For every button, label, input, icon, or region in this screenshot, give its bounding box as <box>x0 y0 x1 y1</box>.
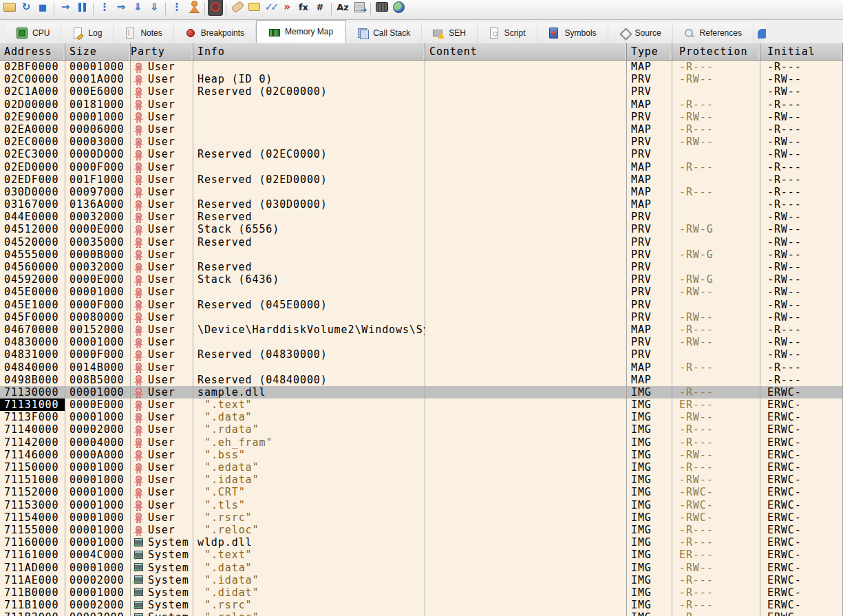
label-icon[interactable]: # <box>312 0 328 16</box>
column-header-info[interactable]: Info <box>193 43 425 61</box>
check-icon[interactable]: ✓✓ <box>262 0 279 16</box>
table-row[interactable]: 045E000000001000UserPRV-RW---RW-- <box>0 286 843 298</box>
table-row[interactable]: 7115400000001000User".rsrc"IMG-RWC-ERWC- <box>0 511 843 524</box>
address-cell: 71154000 <box>0 511 65 524</box>
tab-script[interactable]: Script <box>478 23 537 43</box>
column-header-type[interactable]: Type <box>627 43 672 61</box>
table-row[interactable]: 711310000000E000User".text"IMGER---ERWC- <box>0 399 843 411</box>
tab-cpu[interactable]: CPU <box>6 23 61 43</box>
table-row[interactable]: 711B300000003000System".reloc"IMG-R---ER… <box>0 611 843 616</box>
protection-cell: -RW-- <box>672 336 760 348</box>
table-row[interactable]: 02EC000000003000UserPRV-RW---RW-- <box>0 136 843 148</box>
function-icon[interactable]: fx <box>295 0 312 16</box>
table-row[interactable]: 711610000004C000System".text"IMGER---ERW… <box>0 549 843 561</box>
table-row[interactable]: 031670000136A000UserReserved (030D0000)M… <box>0 198 843 211</box>
table-row[interactable]: 7114000000002000User".rdata"IMG-R---ERWC… <box>0 423 843 436</box>
calculator-icon[interactable] <box>351 0 367 16</box>
table-row[interactable]: 02EA000000006000UserMAP-R----R--- <box>0 123 843 136</box>
initial-cell: ERWC- <box>760 449 843 461</box>
tab-breakpoints[interactable]: Breakpoints <box>174 23 256 43</box>
trace-icon[interactable]: ⋮ <box>169 0 185 16</box>
column-header-protection[interactable]: Protection <box>672 43 760 61</box>
type-cell: PRV <box>627 85 672 98</box>
tab-notes[interactable]: Notes <box>114 23 173 43</box>
table-row[interactable]: 02C1A000000E6000UserReserved (02C00000)P… <box>0 85 843 98</box>
shortcuts-icon[interactable] <box>374 0 390 16</box>
case-sensitive-icon[interactable]: Az <box>334 0 351 16</box>
table-row[interactable]: 02C000000001A000UserHeap (ID 0)PRV-RW---… <box>0 73 843 85</box>
table-row[interactable]: 045550000000B000UserPRV-RW-G-RW-- <box>0 248 843 261</box>
table-row[interactable]: 7115000000001000User".edata"IMG-R---ERWC… <box>0 461 843 474</box>
tab-memory-map[interactable]: Memory Map <box>256 20 346 43</box>
table-row[interactable]: 02E9000000001000UserPRV-RW---RW-- <box>0 111 843 123</box>
table-row[interactable]: 048310000000F000UserReserved (04830000)P… <box>0 348 843 361</box>
tab-log[interactable]: Log <box>61 23 114 43</box>
content-cell <box>425 461 627 474</box>
table-row[interactable]: 045920000000E000UserStack (6436)PRV-RW-G… <box>0 273 843 286</box>
table-row[interactable]: 030D000000097000UserMAP-R----R--- <box>0 186 843 198</box>
about-icon[interactable] <box>390 0 407 16</box>
tab-partial[interactable] <box>754 23 766 43</box>
table-row[interactable]: 0452000000035000UserReservedPRV-RW-- <box>0 236 843 248</box>
attach-icon[interactable] <box>185 0 202 16</box>
table-row[interactable]: 0456000000032000UserReservedPRV-RW-- <box>0 261 843 273</box>
party-cell: User <box>131 61 193 73</box>
step-over-icon[interactable]: ⇒ <box>113 0 129 16</box>
column-header-address[interactable]: Address <box>0 43 65 61</box>
tab-label: SEH <box>449 28 466 38</box>
table-row[interactable]: 02ED00000000F000UserMAP-R----R--- <box>0 161 843 173</box>
favourites-icon[interactable]: » <box>279 0 295 16</box>
table-row[interactable]: 711B000000001000System".didat"IMG-R---ER… <box>0 586 843 599</box>
tab-source[interactable]: Source <box>608 23 673 43</box>
pause-icon[interactable] <box>74 0 90 16</box>
tab-symbols[interactable]: Symbols <box>537 23 608 43</box>
table-row[interactable]: 02D0000000181000UserMAP-R----R--- <box>0 98 843 111</box>
tab-seh[interactable]: SEH <box>422 23 478 43</box>
table-row[interactable]: 7114200000004000User".eh_fram"IMG-R---ER… <box>0 436 843 449</box>
column-header-content[interactable]: Content <box>425 43 627 61</box>
content-cell <box>425 261 627 273</box>
table-row[interactable]: 045E10000000F000UserReserved (045E0000)P… <box>0 299 843 311</box>
table-row[interactable]: 711AD00000001000System".data"IMG-RW--ERW… <box>0 562 843 574</box>
tab-call-stack[interactable]: Call Stack <box>346 23 422 43</box>
column-header-size[interactable]: Size <box>65 43 131 61</box>
table-row[interactable]: 711AE00000002000System".idata"IMG-R---ER… <box>0 574 843 586</box>
table-row[interactable]: 7116000000001000Systemwldp.dllIMG-R---ER… <box>0 536 843 549</box>
animate-over-icon[interactable]: ⇓ <box>146 0 162 16</box>
table-row[interactable]: 0467000000152000User\Device\HarddiskVolu… <box>0 323 843 336</box>
table-row[interactable]: 7115100000001000User".idata"IMG-RW--ERWC… <box>0 474 843 486</box>
run-icon[interactable]: → <box>57 0 74 16</box>
column-header-initial[interactable]: Initial <box>760 43 843 61</box>
table-row[interactable]: 0483000000001000UserPRV-RW---RW-- <box>0 336 843 348</box>
table-row[interactable]: 02EC30000000D000UserReserved (02EC0000)P… <box>0 148 843 160</box>
address-cell: 04840000 <box>0 361 65 374</box>
protection-cell <box>672 148 760 160</box>
stop-animation-icon[interactable] <box>208 0 223 16</box>
table-row[interactable]: 045F000000080000UserPRV-RW---RW-- <box>0 311 843 323</box>
protection-cell <box>672 374 760 386</box>
table-row[interactable]: 7113000000001000Usersample.dllIMG-R---ER… <box>0 386 843 399</box>
close-icon[interactable]: ■ <box>34 0 51 16</box>
tab-references[interactable]: References <box>673 23 754 43</box>
restart-icon[interactable]: ↻ <box>18 0 34 16</box>
table-row[interactable]: 711B100000002000System".rsrc"IMG-R---ERW… <box>0 599 843 611</box>
patch-icon[interactable] <box>229 0 246 16</box>
table-row[interactable]: 7115200000001000User".CRT"IMG-RWC-ERWC- <box>0 486 843 498</box>
party-cell: User <box>131 173 193 186</box>
open-file-icon[interactable] <box>1 0 18 16</box>
table-row[interactable]: 7113F00000001000User".data"IMG-RW--ERWC- <box>0 411 843 423</box>
protection-cell: -R--- <box>672 423 760 436</box>
table-row[interactable]: 02BF000000001000UserMAP-R----R--- <box>0 61 843 73</box>
comment-icon[interactable] <box>246 0 262 16</box>
animate-into-icon[interactable]: ⇓ <box>129 0 146 16</box>
table-row[interactable]: 7115300000001000User".tls"IMG-RWC-ERWC- <box>0 499 843 511</box>
table-row[interactable]: 7115500000001000User".reloc"IMG-R---ERWC… <box>0 524 843 536</box>
column-header-party[interactable]: Party <box>131 43 193 61</box>
table-row[interactable]: 045120000000E000UserStack (6556)PRV-RW-G… <box>0 223 843 235</box>
table-row[interactable]: 711460000000A000User".bss"IMG-RW--ERWC- <box>0 449 843 461</box>
table-row[interactable]: 048400000014B000UserMAP-R----R--- <box>0 361 843 374</box>
table-row[interactable]: 044E000000032000UserReservedPRV-RW-- <box>0 211 843 223</box>
table-row[interactable]: 02EDF000001F1000UserReserved (02ED0000)M… <box>0 173 843 186</box>
table-row[interactable]: 0498B000008B5000UserReserved (04840000)M… <box>0 374 843 386</box>
step-into-icon[interactable]: ⋮ <box>96 0 113 16</box>
